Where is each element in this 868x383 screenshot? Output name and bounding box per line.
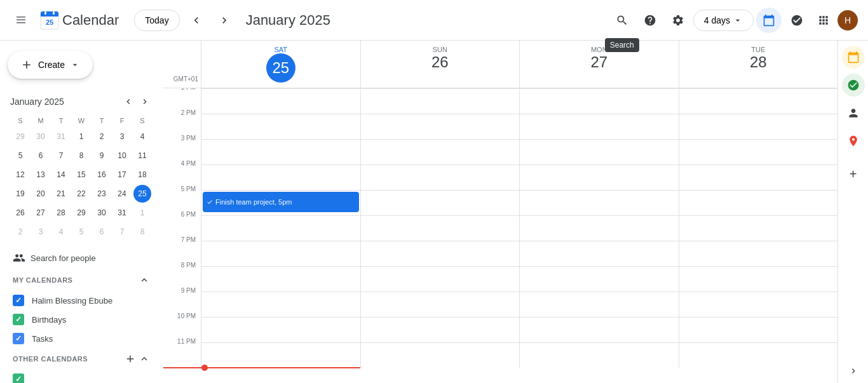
mini-day[interactable]: 4 xyxy=(52,223,70,241)
mini-day[interactable]: 3 xyxy=(113,128,131,145)
slot-sat-8pm[interactable] xyxy=(201,266,360,292)
mini-cal-next[interactable] xyxy=(137,94,153,109)
slot-sat-2pm[interactable] xyxy=(201,114,360,139)
calendar-view-button[interactable] xyxy=(756,8,782,33)
calendar-item-tasks[interactable]: ✓ Tasks xyxy=(5,329,158,348)
slot-sun-1pm[interactable] xyxy=(360,88,520,114)
help-button[interactable] xyxy=(637,8,663,33)
mini-day[interactable]: 15 xyxy=(72,166,90,184)
mini-day[interactable]: 2 xyxy=(93,128,111,145)
slot-sun-6pm[interactable] xyxy=(360,215,520,241)
settings-button[interactable] xyxy=(665,8,691,33)
mini-day[interactable]: 18 xyxy=(133,166,151,184)
mini-day[interactable]: 28 xyxy=(52,204,70,222)
slot-sun-3pm[interactable] xyxy=(360,139,520,165)
slot-sun-2pm[interactable] xyxy=(360,114,520,139)
slot-mon-10pm[interactable] xyxy=(519,317,679,342)
today-button[interactable]: Today xyxy=(134,10,179,31)
mini-day[interactable]: 9 xyxy=(93,147,111,165)
mini-day[interactable]: 6 xyxy=(32,147,50,165)
mini-day[interactable]: 29 xyxy=(11,128,29,145)
mini-day[interactable]: 21 xyxy=(52,185,70,203)
mini-day[interactable]: 14 xyxy=(52,166,70,184)
calendar-item-halim[interactable]: ✓ Halim Blessing Ebube xyxy=(5,291,158,310)
right-check-icon[interactable] xyxy=(842,74,865,97)
slot-mon-3pm[interactable] xyxy=(519,139,679,165)
calendar-item-other[interactable]: ✓ xyxy=(5,370,158,383)
mini-day[interactable]: 10 xyxy=(113,147,131,165)
mini-day[interactable]: 11 xyxy=(133,147,151,165)
right-cal-icon[interactable] xyxy=(842,46,865,69)
mini-day[interactable]: 24 xyxy=(113,185,131,203)
mini-day[interactable]: 1 xyxy=(133,204,151,222)
task-view-button[interactable] xyxy=(784,8,810,33)
mini-day[interactable]: 12 xyxy=(11,166,29,184)
apps-button[interactable] xyxy=(812,9,835,32)
slot-tue-6pm[interactable] xyxy=(679,215,838,241)
mini-day-today[interactable]: 25 xyxy=(133,185,151,203)
next-button[interactable] xyxy=(213,9,236,32)
slot-sat-7pm[interactable] xyxy=(201,241,360,266)
view-selector[interactable]: 4 days xyxy=(693,10,754,31)
mini-day[interactable]: 5 xyxy=(72,223,90,241)
slot-tue-10pm[interactable] xyxy=(679,317,838,342)
create-button[interactable]: Create xyxy=(8,51,93,79)
other-calendars-header[interactable]: Other calendars xyxy=(5,348,158,370)
my-calendars-header[interactable]: My calendars xyxy=(5,269,158,291)
mini-day[interactable]: 22 xyxy=(72,185,90,203)
slot-mon-5pm[interactable] xyxy=(519,190,679,215)
slot-tue-9pm[interactable] xyxy=(679,292,838,317)
search-button[interactable] xyxy=(609,8,635,33)
mini-day[interactable]: 13 xyxy=(32,166,50,184)
slot-sun-9pm[interactable] xyxy=(360,292,520,317)
slot-mon-1pm[interactable] xyxy=(519,88,679,114)
mini-day[interactable]: 20 xyxy=(32,185,50,203)
hamburger-menu[interactable] xyxy=(10,10,32,31)
search-people-button[interactable]: Search for people xyxy=(5,246,158,269)
slot-mon-4pm[interactable] xyxy=(519,165,679,190)
slot-sat-6pm[interactable] xyxy=(201,215,360,241)
slot-mon-6pm[interactable] xyxy=(519,215,679,241)
mini-day[interactable]: 17 xyxy=(113,166,131,184)
slot-sat-5pm[interactable]: Finish team project, 5pm xyxy=(201,190,360,215)
user-avatar[interactable]: H xyxy=(837,10,858,30)
slot-sat-4pm[interactable] xyxy=(201,165,360,190)
slot-sat-1pm[interactable] xyxy=(201,88,360,114)
mini-day[interactable]: 16 xyxy=(93,166,111,184)
slot-tue-7pm[interactable] xyxy=(679,241,838,266)
slot-mon-8pm[interactable] xyxy=(519,266,679,292)
slot-tue-5pm[interactable] xyxy=(679,190,838,215)
slot-mon-2pm[interactable] xyxy=(519,114,679,139)
slot-sat-11pm[interactable] xyxy=(201,342,360,368)
slot-sun-10pm[interactable] xyxy=(360,317,520,342)
mini-day[interactable]: 6 xyxy=(93,223,111,241)
slot-sat-10pm[interactable] xyxy=(201,317,360,342)
prev-button[interactable] xyxy=(185,9,208,32)
mini-day[interactable]: 8 xyxy=(72,147,90,165)
calendar-item-birthdays[interactable]: ✓ Birthdays xyxy=(5,310,158,329)
slot-tue-11pm[interactable] xyxy=(679,342,838,368)
mini-day[interactable]: 4 xyxy=(133,128,151,145)
mini-day[interactable]: 31 xyxy=(52,128,70,145)
mini-day[interactable]: 3 xyxy=(32,223,50,241)
right-add-button[interactable]: + xyxy=(842,163,865,185)
mini-day[interactable]: 26 xyxy=(11,204,29,222)
mini-day[interactable]: 7 xyxy=(113,223,131,241)
mini-day[interactable]: 23 xyxy=(93,185,111,203)
mini-cal-prev[interactable] xyxy=(121,94,136,109)
mini-day[interactable]: 31 xyxy=(113,204,131,222)
slot-sat-3pm[interactable] xyxy=(201,139,360,165)
mini-day[interactable]: 1 xyxy=(72,128,90,145)
right-maps-icon[interactable] xyxy=(842,130,865,152)
mini-day[interactable]: 2 xyxy=(11,223,29,241)
right-person-icon[interactable] xyxy=(842,102,865,124)
slot-tue-1pm[interactable] xyxy=(679,88,838,114)
mini-day[interactable]: 30 xyxy=(32,128,50,145)
mini-day[interactable]: 19 xyxy=(11,185,29,203)
slot-tue-4pm[interactable] xyxy=(679,165,838,190)
mini-day[interactable]: 5 xyxy=(11,147,29,165)
mini-day[interactable]: 7 xyxy=(52,147,70,165)
mini-day[interactable]: 8 xyxy=(133,223,151,241)
slot-tue-3pm[interactable] xyxy=(679,139,838,165)
slot-sun-4pm[interactable] xyxy=(360,165,520,190)
